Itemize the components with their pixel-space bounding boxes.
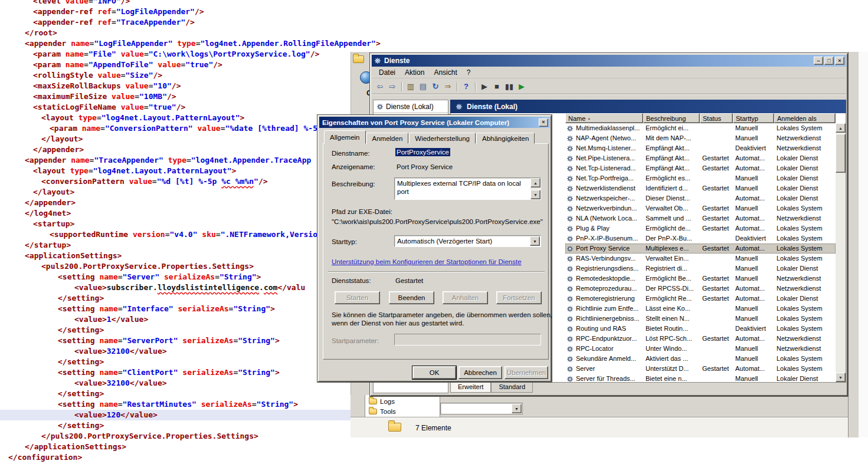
menu-item-datei[interactable]: Datei [374,67,400,78]
service-row[interactable]: Net.Tcp-Portfreiga...Ermöglicht es...Man… [565,173,836,183]
service-row[interactable]: Net.Tcp-Listenerad...Empfängt Akt...Gest… [565,163,836,173]
export-list-icon[interactable]: ⇒ [443,81,453,92]
scrollbar-thumb[interactable] [836,134,846,173]
column-header-anmelden-als[interactable]: Anmelden als [774,113,836,123]
service-row[interactable]: Netzwerkverbindun...Verwaltet Ob...Gesta… [565,203,836,213]
service-name-value[interactable]: PortProxyService [395,148,450,156]
dropdown-icon[interactable]: ▼ [530,236,540,246]
show-console-tree-icon[interactable]: ▥ [405,81,416,92]
dialog-title-bar[interactable]: Eigenschaften von Port Proxy Service (Lo… [319,117,550,128]
gear-icon [566,366,574,373]
service-row[interactable]: Registrierungsdiens...Registriert di...M… [565,264,836,274]
description-cell: Der PnP-X-Bu... [643,233,700,243]
maximize-button[interactable]: □ [824,57,834,65]
folder-item-tools[interactable]: Tools [369,406,440,416]
description-field[interactable]: Multiplexes external TCP/IP data on loca… [394,177,541,200]
service-row[interactable]: ServerUnterstützt D...GestartetAutomat..… [565,364,836,374]
service-row[interactable]: Remotedesktopdie...Ermöglicht Be...Gesta… [565,274,836,284]
service-name: Net.Pipe-Listenera... [576,153,635,163]
view-tab-standard[interactable]: Standard [491,383,533,393]
startup-options-help-link[interactable]: Unterstützung beim Konfigurieren der Sta… [332,258,522,265]
folder-item-logs[interactable]: Logs [369,396,440,406]
column-header-beschreibung[interactable]: Beschreibung [643,113,700,123]
scroll-up-button[interactable]: ▲ [836,123,846,133]
column-header-name[interactable]: Name▲ [565,113,643,123]
tab-anmelden[interactable]: Anmelden [366,133,409,144]
list-header: Name▲BeschreibungStatusStarttypAnmelden … [565,113,836,123]
close-button[interactable]: × [539,119,548,127]
service-row[interactable]: Richtlinienergebniss...Stellt einen N...… [565,314,836,324]
service-row[interactable]: RemoteregistrierungErmöglicht Re...Gesta… [565,294,836,304]
service-row[interactable]: Remoteprozedurau...Der RPCSS-Di...Gestar… [565,284,836,294]
code-segment: "ServerPort" [123,336,178,345]
pause-service-icon[interactable]: ▮▮ [504,81,515,92]
combo-fragment[interactable]: ▼ [440,403,523,414]
forward-icon[interactable]: ⇨ [387,81,398,92]
service-row[interactable]: NetzwerklistendienstIdentifiziert d...Ge… [565,183,836,193]
code-segment: "Interface" [123,304,173,313]
display-name-value[interactable]: Port Proxy Service [397,163,453,170]
code-line: <appender-ref ref="TraceAppender"/> [0,17,868,28]
title-bar[interactable]: Dienste –□× [372,55,846,67]
view-tab-erweitert[interactable]: Erweitert [450,383,491,393]
service-row[interactable]: RPC-Endpunktzuor...Löst RPC-Sch...Gestar… [565,334,836,344]
service-row[interactable]: Server für Threads...Bietet eine n...Man… [565,374,836,382]
code-segment: </value> [120,410,158,419]
abbrechen-button[interactable]: Abbrechen [458,366,502,379]
column-header-status[interactable]: Status [700,113,733,123]
menu-item-aktion[interactable]: Aktion [400,67,429,78]
startup-type-select[interactable]: Automatisch (Verzögerter Start) ▼ [394,235,541,247]
service-row[interactable]: RPC-LocatorUnter Windo...ManuellNetzwerk… [565,344,836,354]
service-name-cell: Registrierungsdiens... [565,264,643,274]
service-row[interactable]: Net.Pipe-Listenera...Empfängt Akt...Gest… [565,153,836,163]
description-cell: Stellt einen N... [643,314,700,324]
tab-abhangigkeiten[interactable]: Abhängigkeiten [476,133,535,144]
start-service-icon[interactable]: ▶ [479,81,490,92]
refresh-icon[interactable]: ↻ [430,81,441,92]
stop-service-icon[interactable]: ■ [492,81,502,92]
close-button[interactable]: × [835,57,844,65]
tab-wiederherstellung[interactable]: Wiederherstellung [409,133,476,144]
tab-allgemein[interactable]: Allgemein [324,130,366,144]
service-row[interactable]: NAP-Agent (Netwo...Mit dem NAP-...Manuel… [565,133,836,143]
service-row[interactable]: Port Proxy ServiceMultiplexes e...Gestar… [565,243,836,254]
service-row[interactable]: Richtlinie zum Entfe...Lässt eine Ko...M… [565,304,836,314]
service-row[interactable]: NLA (Network Loca...Sammelt und ...Gesta… [565,213,836,223]
service-row[interactable]: RAS-Verbindungsv...Verwaltet Ein...Manue… [565,254,836,264]
status-bar: 7 Elemente [351,418,848,437]
service-name: Net.Tcp-Listenerad... [576,163,636,173]
code-segment: </valu [277,283,305,292]
service-name: Routing und RAS [576,324,626,334]
minimize-button[interactable]: – [814,57,823,65]
dropdown-icon[interactable]: ▼ [512,404,522,413]
service-row[interactable]: Netzwerkspeicher-...Dieser Dienst...Auto… [565,193,836,203]
service-row[interactable]: Multimediaklassenpl...Ermöglicht ei...Ma… [565,123,836,133]
back-icon[interactable]: ⇦ [375,81,385,92]
service-row[interactable]: Net.Msmq-Listener...Empfängt Akt...Deakt… [565,143,836,153]
status-cell: Gestartet [700,183,733,193]
service-row[interactable]: Routing und RASBietet Routin...Deaktivie… [565,324,836,334]
service-row[interactable]: Plug & PlayErmöglicht de...GestartetAuto… [565,223,836,233]
description-cell: Multiplexes e... [643,243,700,254]
tree-node-dienste-lokal[interactable]: Dienste (Lokal) [374,100,448,113]
scroll-up-button[interactable]: ▲ [530,178,541,187]
code-segment: </appender> [25,198,76,207]
code-segment: "10" [153,81,172,90]
column-header-starttyp[interactable]: Starttyp [733,113,774,123]
description-scrollbar[interactable]: ▲ ▼ [530,178,541,199]
scrollbar[interactable]: ▲ ▼ [836,123,846,382]
scroll-down-button[interactable]: ▼ [836,373,846,382]
service-row[interactable]: Sekundäre Anmeld...Aktiviert das ...Manu… [565,354,836,364]
restart-service-icon[interactable]: ▶ [516,81,527,92]
scroll-down-button[interactable]: ▼ [530,190,541,199]
menu-item-help[interactable]: ? [462,67,476,78]
service-row[interactable]: PnP-X-IP-Busenum...Der PnP-X-Bu...Deakti… [565,233,836,243]
ok-button[interactable]: OK [412,366,456,379]
properties-icon[interactable]: ▤ [418,81,428,92]
menu-item-ansicht[interactable]: Ansicht [429,67,461,78]
service-name-cell: Remotedesktopdie... [565,274,643,284]
beenden-button[interactable]: Beenden [389,291,434,304]
help-icon[interactable]: ? [461,81,471,92]
code-segment: </value> [130,347,167,356]
code-segment: <layout [41,113,78,122]
